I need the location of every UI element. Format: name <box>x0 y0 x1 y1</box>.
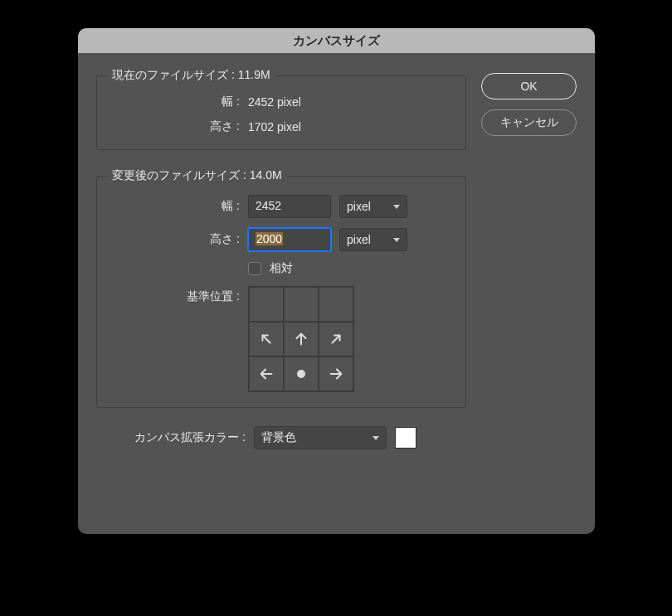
anchor-dot-icon <box>297 370 305 378</box>
anchor-grid <box>248 286 354 392</box>
new-size-legend: 変更後のファイルサイズ : 14.0M <box>107 168 287 183</box>
extension-color-label: カンバス拡張カラー : <box>96 430 246 445</box>
arrow-left-icon <box>257 365 275 383</box>
current-height-value: 1702 pixel <box>248 120 301 133</box>
anchor-label: 基準位置 : <box>107 286 240 304</box>
current-size-legend: 現在のファイルサイズ : 11.9M <box>107 68 275 83</box>
current-size-group: 現在のファイルサイズ : 11.9M 幅 : 2452 pixel 高さ : 1… <box>96 68 466 150</box>
anchor-bottom-right[interactable] <box>319 357 353 391</box>
anchor-bottom-center[interactable] <box>284 357 319 391</box>
arrow-up-right-icon <box>327 330 345 348</box>
extension-color-swatch[interactable] <box>395 427 416 449</box>
relative-label: 相対 <box>270 261 293 276</box>
width-unit-select[interactable]: pixel <box>339 195 407 218</box>
relative-checkbox[interactable] <box>248 262 261 275</box>
arrow-right-icon <box>327 365 345 383</box>
anchor-right-up[interactable] <box>319 322 353 357</box>
current-width-value: 2452 pixel <box>248 95 301 109</box>
height-unit-select[interactable]: pixel <box>339 228 407 251</box>
extension-color-select[interactable]: 背景色 <box>254 426 387 449</box>
arrow-up-left-icon <box>257 330 275 348</box>
anchor-center-up[interactable] <box>284 322 319 357</box>
canvas-size-dialog: カンバスサイズ 現在のファイルサイズ : 11.9M 幅 : 2452 pixe… <box>78 28 595 534</box>
chevron-down-icon <box>373 436 379 440</box>
dialog-title: カンバスサイズ <box>78 28 595 53</box>
anchor-top[interactable] <box>284 287 319 322</box>
anchor-bottom-left[interactable] <box>249 357 284 391</box>
width-unit-value: pixel <box>347 200 371 213</box>
height-input[interactable]: 2000 <box>248 228 331 251</box>
extension-color-value: 背景色 <box>261 430 296 445</box>
cancel-button[interactable]: キャンセル <box>481 109 577 136</box>
width-input[interactable]: 2452 <box>248 195 331 218</box>
current-width-label: 幅 : <box>107 95 240 109</box>
new-width-label: 幅 : <box>107 199 240 214</box>
new-height-label: 高さ : <box>107 232 240 247</box>
dialog-content: 現在のファイルサイズ : 11.9M 幅 : 2452 pixel 高さ : 1… <box>78 53 595 464</box>
new-size-group: 変更後のファイルサイズ : 14.0M 幅 : 2452 pixel 高さ : … <box>96 168 466 408</box>
anchor-left[interactable] <box>249 322 284 357</box>
anchor-top-left[interactable] <box>249 287 284 322</box>
arrow-up-icon <box>292 330 310 348</box>
current-height-label: 高さ : <box>107 119 240 134</box>
anchor-top-right[interactable] <box>319 287 353 322</box>
ok-button[interactable]: OK <box>481 73 577 99</box>
height-unit-value: pixel <box>347 233 371 246</box>
chevron-down-icon <box>393 238 400 242</box>
chevron-down-icon <box>393 205 400 209</box>
